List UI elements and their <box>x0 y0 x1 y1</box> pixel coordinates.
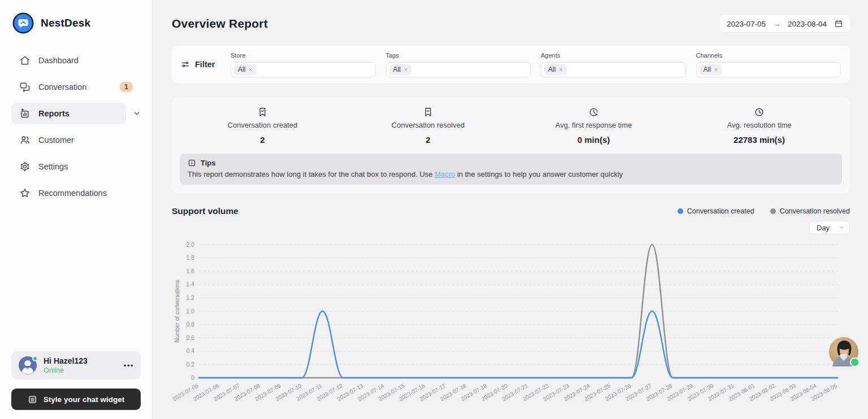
metric-label: Avg. resolution time <box>676 121 842 129</box>
page-title: Overview Report <box>172 17 268 30</box>
sidebar-item-reports[interactable]: Reports <box>11 103 141 124</box>
legend-conversation-created[interactable]: Conversation created <box>678 207 754 215</box>
sidebar-item-label: Conversation <box>38 82 86 91</box>
logo: NestDesk <box>12 12 141 34</box>
legend-dot-resolved <box>770 208 776 214</box>
widget-icon <box>28 395 37 404</box>
metric-value: 0 min(s) <box>511 135 676 145</box>
widget-button-label: Style your chat widget <box>44 395 124 404</box>
date-from: 2023-07-05 <box>727 20 766 28</box>
nestdesk-logo-icon <box>12 12 34 34</box>
user-menu-ellipsis-icon[interactable]: ••• <box>124 361 134 370</box>
sidebar-item-customer[interactable]: Customer <box>11 129 141 151</box>
svg-text:2.0: 2.0 <box>186 241 194 248</box>
chip-label: All <box>704 66 711 73</box>
metric-label: Conversation resolved <box>345 121 511 129</box>
metric-value: 2 <box>180 135 345 145</box>
user-online-dot <box>32 356 38 361</box>
metric-resolution-time: Avg. resolution time 22783 min(s) <box>676 107 842 145</box>
svg-text:1.6: 1.6 <box>186 268 194 274</box>
arrow-right-icon: → <box>773 20 780 28</box>
chip-remove-icon[interactable]: × <box>559 66 562 73</box>
chip-remove-icon[interactable]: × <box>714 66 718 73</box>
store-filter-input[interactable]: All × <box>231 62 376 77</box>
chevron-down-icon <box>838 224 845 231</box>
sidebar-item-label: Dashboard <box>38 56 79 65</box>
chat-widget-avatar[interactable] <box>829 337 858 366</box>
style-chat-widget-button[interactable]: Style your chat widget <box>11 389 141 410</box>
date-to: 2023-08-04 <box>788 20 827 28</box>
tips-box: Tips This report demonstrates how long i… <box>180 154 842 185</box>
tips-text-after: in the settings to help you answer custo… <box>455 170 623 178</box>
tips-text-before: This report demonstrates how long it tak… <box>188 170 435 178</box>
filter-field-label: Store <box>231 52 376 59</box>
sidebar-item-dashboard[interactable]: Dashboard <box>11 50 141 71</box>
tips-text: This report demonstrates how long it tak… <box>188 170 834 178</box>
svg-text:0.2: 0.2 <box>186 361 194 368</box>
widget-online-dot <box>850 357 860 367</box>
sidebar-item-label: Recommendations <box>38 189 107 198</box>
sidebar-item-recommendations[interactable]: Recommendations <box>11 182 141 204</box>
agents-filter-input[interactable]: All × <box>541 62 686 77</box>
app-title: NestDesk <box>41 17 90 29</box>
legend-label: Conversation created <box>687 207 754 215</box>
svg-text:1.4: 1.4 <box>186 281 194 287</box>
macro-link[interactable]: Macro <box>435 170 455 178</box>
date-range-picker[interactable]: 2023-07-05 → 2023-08-04 <box>720 15 850 32</box>
user-card: Hi Hazel123 Online ••• <box>11 351 141 379</box>
filter-field-label: Channels <box>696 52 841 59</box>
sidebar-item-label: Settings <box>38 162 68 171</box>
svg-text:Number of conversations: Number of conversations <box>174 280 180 342</box>
filter-sliders-icon <box>181 60 190 69</box>
channels-filter-input[interactable]: All × <box>696 62 841 77</box>
filter-chip[interactable]: All × <box>234 64 257 75</box>
tags-filter-input[interactable]: All × <box>386 62 531 77</box>
svg-text:0: 0 <box>191 374 194 381</box>
filter-chip[interactable]: All × <box>389 64 412 75</box>
interval-select[interactable]: Day <box>809 221 850 234</box>
info-icon <box>188 159 196 167</box>
legend-conversation-resolved[interactable]: Conversation resolved <box>770 207 850 215</box>
star-icon <box>19 187 31 199</box>
conversation-count-badge: 1 <box>120 82 133 92</box>
sidebar-item-settings[interactable]: Settings <box>11 156 141 177</box>
legend-dot-created <box>678 208 683 214</box>
filter-field-store: Store All × <box>231 52 376 77</box>
filter-field-tags: Tags All × <box>386 52 531 77</box>
clock-arrow-icon <box>511 107 676 117</box>
filter-bar: Filter Store All × Tags All × <box>172 46 850 83</box>
metric-label: Avg. first response time <box>511 121 676 129</box>
chart-legend: Conversation created Conversation resolv… <box>678 207 850 215</box>
bookmark-check-icon <box>180 107 345 117</box>
calendar-icon <box>834 19 843 28</box>
svg-text:1.8: 1.8 <box>186 254 194 261</box>
support-volume-section: Support volume Conversation created Conv… <box>172 206 850 412</box>
chip-remove-icon[interactable]: × <box>404 66 407 73</box>
metric-conversation-created: Conversation created 2 <box>180 107 345 145</box>
chip-remove-icon[interactable]: × <box>249 66 252 73</box>
filter-label: Filter <box>195 60 215 69</box>
user-greeting: Hi Hazel123 <box>44 356 88 366</box>
report-chart-icon <box>19 108 31 119</box>
svg-text:0.8: 0.8 <box>186 321 194 328</box>
filter-chip[interactable]: All × <box>544 64 567 75</box>
chat-icon <box>19 81 31 93</box>
tips-title: Tips <box>201 159 216 167</box>
sidebar-nav: Dashboard Conversation 1 Reports <box>11 50 141 209</box>
chip-label: All <box>548 66 555 73</box>
sidebar-item-conversation[interactable]: Conversation 1 <box>11 76 141 98</box>
users-icon <box>19 134 31 146</box>
metrics-card: Conversation created 2 Conversation reso… <box>172 97 850 194</box>
filter-field-agents: Agents All × <box>541 52 686 77</box>
support-volume-chart[interactable]: 00.20.40.60.81.01.21.41.61.82.0Number of… <box>172 235 850 412</box>
chevron-down-icon[interactable] <box>133 110 141 117</box>
metric-label: Conversation created <box>180 121 345 129</box>
filter-field-label: Tags <box>386 52 531 59</box>
interval-value: Day <box>817 224 830 232</box>
bookmark-icon <box>345 107 511 117</box>
filter-chip[interactable]: All × <box>700 64 722 75</box>
sidebar: NestDesk Dashboard Conversation 1 <box>0 0 153 419</box>
filter-field-channels: Channels All × <box>696 52 841 77</box>
chip-label: All <box>393 66 401 73</box>
chip-label: All <box>238 66 245 73</box>
